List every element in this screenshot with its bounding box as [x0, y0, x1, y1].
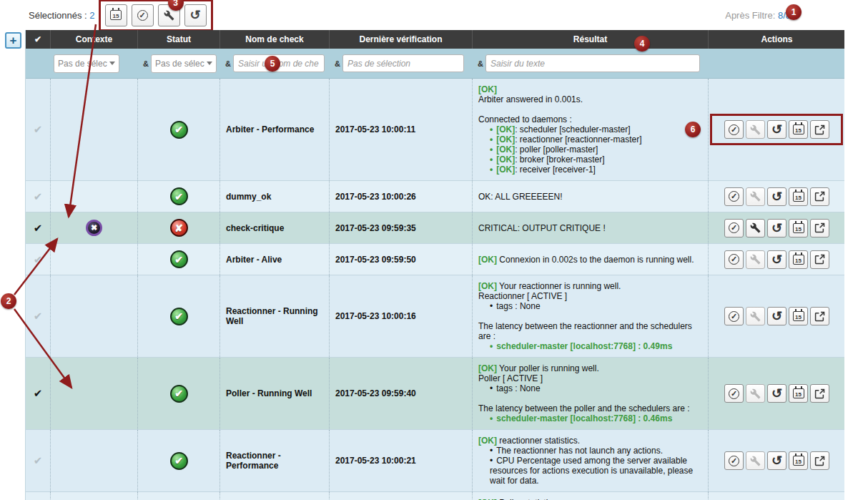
row-select-cell[interactable]: ✔	[26, 79, 51, 180]
row-check-icon[interactable]: ✔	[34, 387, 43, 400]
downtime-button[interactable]: 15	[789, 307, 808, 325]
acknowledge-button[interactable]: ✓	[724, 451, 744, 470]
table-row: ✔✔Poller - Running Well2017-05-23 09:59:…	[26, 358, 844, 430]
annotation-3: 3	[168, 0, 184, 11]
select-all-checkmark-icon: ✔	[34, 34, 41, 44]
row-check-icon[interactable]: ✔	[34, 123, 43, 136]
result-line: •[OK]: reactionner [reactionner-master]	[478, 134, 642, 144]
result-line: Connected to daemons :	[478, 114, 572, 124]
fix-button[interactable]	[746, 250, 765, 269]
acknowledge-check-icon: ✓	[137, 10, 148, 21]
fix-button[interactable]	[746, 219, 765, 237]
actions-cell: ✓↺15	[709, 358, 845, 429]
acknowledge-check-icon: ✓	[729, 254, 739, 265]
downtime-button[interactable]: 15	[789, 187, 808, 206]
recheck-undo-icon: ↺	[771, 253, 782, 266]
calendar-icon: 15	[793, 456, 804, 466]
downtime-button[interactable]: 15	[789, 250, 808, 269]
recheck-button[interactable]: ↺	[767, 187, 786, 206]
calendar-icon: 15	[793, 388, 804, 398]
downtime-button[interactable]: 15	[789, 219, 808, 237]
downtime-button[interactable]: 15	[789, 384, 808, 403]
row-check-icon[interactable]: ✔	[34, 454, 43, 467]
recheck-button[interactable]: ↺	[767, 384, 786, 403]
result-filter-input[interactable]	[485, 54, 700, 72]
check-name	[220, 492, 330, 500]
export-button[interactable]	[810, 219, 829, 237]
check-result: [OK] reactionner statistics.•The reactio…	[473, 430, 709, 491]
export-button[interactable]	[810, 250, 829, 269]
downtime-button[interactable]: 15	[789, 451, 808, 470]
row-check-icon[interactable]: ✔	[34, 310, 43, 323]
row-select-cell[interactable]: ✔	[26, 358, 51, 429]
bullet-icon: •	[490, 383, 493, 393]
wrench-icon	[750, 191, 761, 202]
row-check-icon[interactable]: ✔	[34, 222, 43, 235]
acknowledge-button[interactable]: ✓	[724, 187, 744, 206]
last-check-time: 2017-05-23 10:00:26	[330, 181, 473, 212]
add-panel-button[interactable]: +	[5, 32, 21, 49]
recheck-button[interactable]: ↺	[767, 307, 786, 325]
calendar-icon: 15	[793, 192, 804, 202]
result-line: •[OK]: receiver [receiver-1]	[478, 165, 596, 175]
row-select-cell[interactable]: ✔	[26, 244, 51, 275]
selected-count-value: 2	[89, 10, 94, 21]
export-icon	[814, 124, 825, 135]
header-statut[interactable]: Statut	[138, 30, 220, 49]
export-button[interactable]	[810, 120, 829, 139]
row-select-cell[interactable]	[26, 492, 51, 500]
filter-separator: &	[478, 59, 483, 68]
header-nom-de-check[interactable]: Nom de check	[220, 30, 330, 49]
export-button[interactable]	[810, 451, 829, 470]
status-filter-select[interactable]: Pas de sélecti	[151, 54, 217, 73]
acknowledge-button[interactable]: ✓	[132, 4, 154, 26]
recheck-button[interactable]: ↺	[184, 4, 207, 26]
export-button[interactable]	[810, 307, 829, 325]
fix-button[interactable]	[746, 187, 765, 206]
context-filter-select[interactable]: Pas de sélecti	[54, 54, 119, 73]
select-all-header[interactable]: ✔	[26, 30, 51, 49]
header-derniere-verification[interactable]: Dernière vérification	[330, 30, 473, 49]
row-select-cell[interactable]: ✔	[26, 181, 51, 212]
recheck-button[interactable]: ↺	[767, 451, 786, 470]
acknowledge-button[interactable]: ✓	[724, 250, 744, 269]
recheck-undo-icon: ↺	[189, 9, 200, 21]
status-cell: ✔	[138, 244, 220, 275]
date-filter-input[interactable]	[342, 54, 464, 72]
fix-button[interactable]	[746, 451, 765, 470]
header-resultat[interactable]: Résultat 4	[473, 30, 709, 49]
dropdown-arrow-icon	[207, 62, 212, 65]
result-line: The latency between the poller and the s…	[478, 403, 690, 413]
row-select-cell[interactable]: ✔	[26, 430, 51, 491]
export-button[interactable]	[810, 187, 829, 206]
row-check-icon[interactable]: ✔	[34, 253, 43, 266]
acknowledge-button[interactable]: ✓	[724, 120, 744, 139]
acknowledge-button[interactable]: ✓	[724, 219, 744, 237]
row-select-cell[interactable]: ✔	[26, 275, 51, 357]
context-cell	[51, 358, 138, 429]
fix-button[interactable]	[746, 307, 765, 325]
context-cell	[51, 79, 138, 180]
fix-button[interactable]	[746, 120, 765, 139]
acknowledge-button[interactable]: ✓	[724, 307, 744, 325]
status-cell: ✔	[138, 275, 220, 357]
recheck-button[interactable]: ↺	[767, 219, 786, 237]
recheck-undo-icon: ↺	[771, 387, 782, 400]
row-select-cell[interactable]: ✔	[26, 212, 51, 243]
actions-cell: ✓↺156	[709, 79, 845, 180]
recheck-button[interactable]: ↺	[767, 250, 786, 269]
result-line: •CPU Percentage used among the server av…	[478, 456, 702, 486]
table-row: ✔✔Reactionner - Running Well2017-05-23 1…	[26, 275, 844, 358]
row-check-icon[interactable]: ✔	[34, 190, 43, 203]
calendar-icon: 15	[110, 10, 122, 20]
actions-cell: ✓↺15	[709, 244, 845, 275]
downtime-button[interactable]: 15	[789, 120, 808, 139]
header-contexte[interactable]: Contexte	[51, 30, 138, 49]
context-problem-icon[interactable]: ✖	[86, 220, 102, 236]
last-check-time: 2017-05-23 09:59:35	[330, 212, 473, 243]
fix-button[interactable]	[746, 384, 765, 403]
downtime-button[interactable]: 15	[105, 4, 127, 26]
recheck-button[interactable]: ↺	[767, 120, 786, 139]
acknowledge-button[interactable]: ✓	[724, 384, 744, 403]
export-button[interactable]	[810, 384, 829, 403]
